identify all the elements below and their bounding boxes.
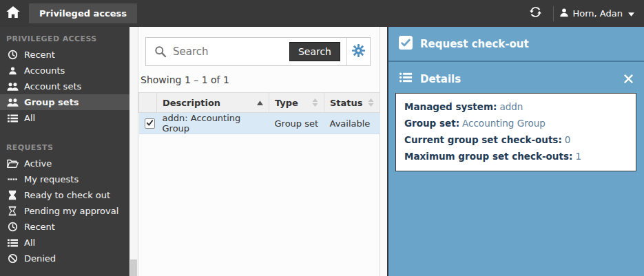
home-icon — [6, 6, 20, 21]
ellipsis-icon — [6, 174, 19, 184]
vertical-scrollbar-thumb[interactable] — [130, 259, 137, 276]
sidebar-item-all-requests[interactable]: All — [0, 235, 129, 251]
pane-title: Request check-out — [420, 38, 529, 50]
cell-type: Group set — [269, 113, 324, 134]
application-window: Privileged access Horn, Adan PRIVILEGED … — [0, 0, 644, 276]
user-icon — [559, 8, 569, 20]
sidebar-item-label: All — [24, 113, 35, 123]
detail-field-managed-system: Managed system:addn — [404, 98, 627, 115]
chevron-down-icon — [628, 8, 634, 19]
sidebar-item-label: Recent — [24, 222, 55, 232]
sidebar-item-label: Recent — [24, 50, 55, 60]
checked-checkbox-icon — [399, 36, 413, 52]
sidebar-nav: PRIVILEGED ACCESS Recent Accounts Accoun… — [0, 27, 129, 276]
sidebar-section-requests: REQUESTS — [0, 136, 129, 156]
close-icon — [624, 74, 633, 83]
users-icon — [6, 82, 19, 92]
row-select-cell — [139, 113, 157, 134]
clock-icon — [6, 50, 19, 60]
sidebar-item-label: Pending my approval — [24, 206, 118, 216]
details-header: Details — [388, 62, 644, 92]
close-details-button[interactable] — [624, 74, 633, 83]
column-header-description[interactable]: Description — [157, 93, 269, 113]
results-count: Showing 1 – 1 of 1 — [141, 74, 380, 85]
topbar-divider — [553, 6, 554, 21]
row-checkbox-checked[interactable] — [145, 118, 155, 129]
sidebar-item-label: Accounts — [24, 65, 65, 76]
detail-field-group-set: Group set:Accounting Group — [404, 115, 627, 131]
details-card: Managed system:addn Group set:Accounting… — [395, 93, 636, 171]
sidebar-item-my-requests[interactable]: My requests — [0, 171, 129, 187]
list-icon — [399, 72, 413, 86]
clock-icon — [6, 222, 19, 232]
gear-icon — [352, 44, 365, 60]
vertical-scrollbar-track[interactable] — [129, 27, 138, 276]
sidebar-item-label: Active — [24, 158, 52, 169]
search-button[interactable]: Search — [289, 42, 340, 61]
cell-description: addn: Accounting Group — [157, 113, 269, 134]
sidebar-item-recent[interactable]: Recent — [0, 47, 129, 63]
sidebar-item-all-access[interactable]: All — [0, 110, 129, 126]
check-icon — [146, 118, 154, 129]
select-column-header[interactable] — [139, 93, 157, 113]
results-panel: Search Showing 1 – 1 of 1 Description — [138, 27, 380, 276]
user-icon — [6, 66, 19, 76]
privileged-access-label: Privileged access — [39, 8, 127, 19]
sidebar-item-group-sets[interactable]: Group sets — [0, 94, 129, 110]
detail-field-maximum-checkouts: Maximum group set check-outs:1 — [404, 148, 627, 164]
sidebar-item-label: Group sets — [24, 97, 79, 107]
sidebar-item-label: All — [24, 237, 35, 248]
sidebar-item-label: Account sets — [24, 81, 81, 92]
user-menu[interactable]: Horn, Adan — [559, 8, 644, 20]
detail-field-current-checkouts: Current group set check-outs:0 — [404, 131, 627, 148]
privileged-access-button[interactable]: Privileged access — [29, 3, 137, 23]
user-name: Horn, Adan — [573, 8, 623, 19]
sidebar-item-account-sets[interactable]: Account sets — [0, 78, 129, 94]
sidebar-item-ready-to-check-out[interactable]: Ready to check out — [0, 187, 129, 203]
sort-unsorted-icon — [312, 98, 318, 107]
ban-icon — [6, 253, 19, 264]
sidebar-item-pending-my-approval[interactable]: Pending my approval — [0, 203, 129, 219]
details-title: Details — [420, 73, 461, 85]
results-table: Description Type Status — [138, 92, 380, 134]
search-input[interactable] — [173, 45, 289, 58]
column-header-status[interactable]: Status — [324, 93, 380, 113]
request-checkout-header: Request check-out — [388, 27, 644, 62]
refresh-button[interactable] — [524, 6, 548, 21]
home-button[interactable] — [0, 0, 26, 27]
sidebar-item-denied[interactable]: Denied — [0, 251, 129, 266]
users-icon — [6, 98, 19, 107]
cell-status: Available — [324, 113, 380, 134]
search-settings-button[interactable] — [347, 44, 370, 60]
sort-ascending-icon — [257, 100, 263, 105]
sidebar-item-label: My requests — [24, 174, 79, 184]
sidebar-item-label: Denied — [24, 253, 56, 264]
table-row[interactable]: addn: Accounting Group Group set Availab… — [139, 113, 380, 134]
list-icon — [6, 114, 19, 123]
top-navigation-bar: Privileged access Horn, Adan — [0, 0, 644, 27]
table-header-row: Description Type Status — [139, 93, 380, 113]
sort-unsorted-icon — [368, 98, 374, 107]
sidebar-item-label: Ready to check out — [24, 190, 110, 200]
request-checkout-pane: Request check-out Details Managed system… — [387, 27, 644, 276]
search-bar: Search — [145, 37, 371, 66]
list-icon — [6, 238, 19, 248]
sidebar-item-active[interactable]: Active — [0, 156, 129, 171]
sidebar-item-recent-requests[interactable]: Recent — [0, 219, 129, 235]
hourglass-icon — [6, 206, 19, 216]
folder-open-icon — [6, 159, 19, 169]
column-header-type[interactable]: Type — [269, 93, 324, 113]
search-icon — [154, 45, 167, 58]
hourglass-filled-icon — [6, 190, 19, 200]
refresh-icon — [530, 6, 541, 21]
sidebar-section-privileged-access: PRIVILEGED ACCESS — [0, 27, 129, 47]
sidebar-item-accounts[interactable]: Accounts — [0, 63, 129, 78]
